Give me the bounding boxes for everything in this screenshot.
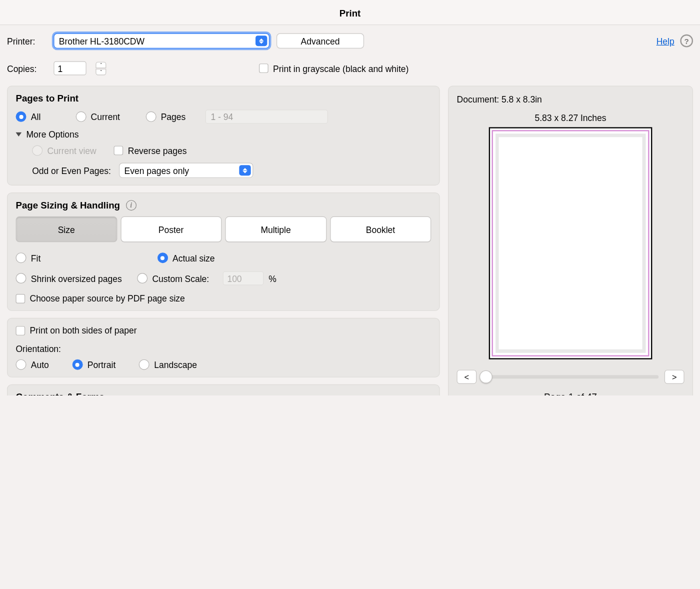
comments-title: Comments & Forms [16,392,432,396]
duplex-panel: Print on both sides of paper Orientation… [7,318,440,378]
preview-panel: Document: 5.8 x 8.3in 5.83 x 8.27 Inches… [448,86,693,396]
disclosure-triangle-icon[interactable] [16,132,22,136]
document-dimensions: Document: 5.8 x 8.3in [457,94,684,104]
updown-icon [256,36,267,46]
radio-all-label: All [31,112,40,122]
radio-icon [16,273,26,284]
current-view-label: Current view [48,146,96,156]
page-preview [489,127,652,359]
radio-current[interactable]: Current [76,112,120,122]
checkbox-icon [16,294,26,303]
more-options-label[interactable]: More Options [26,130,79,140]
tab-size[interactable]: Size [16,216,117,242]
fit-label: Fit [31,253,40,263]
preview-slider[interactable] [482,375,658,378]
page-sizing-title: Page Sizing & Handling [16,200,120,210]
radio-orientation-auto[interactable]: Auto [16,360,49,370]
tab-booklet[interactable]: Booklet [330,216,431,242]
radio-actual-size[interactable]: Actual size [158,252,215,263]
both-sides-label: Print on both sides of paper [30,326,137,336]
radio-icon [139,360,150,370]
radio-orientation-portrait[interactable]: Portrait [72,360,116,370]
stepper-up-icon[interactable]: ˄ [96,62,106,68]
reverse-pages-checkbox[interactable]: Reverse pages [114,146,187,156]
custom-scale-input: 100 [223,272,264,286]
custom-scale-label: Custom Scale: [152,274,209,284]
comments-panel: Comments & Forms Document and Markups Su… [7,384,440,396]
pages-to-print-panel: Pages to Print All Current Pages 1 - 94 [7,86,440,186]
updown-icon [239,165,250,176]
copies-input[interactable]: 1 [54,62,86,76]
shrink-label: Shrink oversized pages [31,274,122,284]
radio-icon [137,273,148,284]
radio-icon [32,146,42,156]
radio-icon [76,112,86,122]
help-link[interactable]: Help [656,36,674,46]
info-icon[interactable]: i [126,200,136,210]
radio-all[interactable]: All [16,112,41,122]
pages-to-print-title: Pages to Print [16,94,432,104]
copies-label: Copies: [7,64,46,74]
radio-icon [16,360,26,370]
radio-current-label: Current [91,112,120,122]
pages-range-input[interactable]: 1 - 94 [206,110,328,124]
advanced-button[interactable]: Advanced [276,34,364,48]
printer-select[interactable]: Brother HL-3180CDW [54,34,270,48]
reverse-pages-label: Reverse pages [128,146,187,156]
radio-icon [72,360,83,370]
paper-dimensions: 5.83 x 8.27 Inches [457,112,684,122]
radio-pages[interactable]: Pages [146,112,186,122]
radio-icon [16,112,26,122]
window-title: Print [0,0,700,25]
slider-thumb[interactable] [480,370,492,384]
printer-label: Printer: [7,36,46,46]
tab-poster[interactable]: Poster [120,216,222,242]
preview-next-button[interactable]: > [664,370,684,384]
checkbox-icon [114,146,124,156]
radio-icon [146,112,156,122]
radio-icon [16,252,26,263]
radio-custom-scale[interactable]: Custom Scale: [137,273,209,284]
radio-shrink[interactable]: Shrink oversized pages [16,273,122,284]
stepper-down-icon[interactable]: ˅ [96,68,106,75]
radio-current-view: Current view [32,146,96,156]
both-sides-checkbox[interactable]: Print on both sides of paper [16,326,432,336]
actual-size-label: Actual size [172,253,215,263]
radio-icon [158,252,168,263]
page-sizing-panel: Page Sizing & Handling i Size Poster Mul… [7,192,440,311]
grayscale-label: Print in grayscale (black and white) [273,64,408,74]
percent-label: % [268,274,276,284]
choose-paper-label: Choose paper source by PDF page size [30,294,185,304]
preview-prev-button[interactable]: < [457,370,477,384]
odd-even-value: Even pages only [124,166,189,176]
copies-stepper[interactable]: ˄ ˅ [96,62,106,75]
checkbox-icon [16,326,26,336]
sizing-tabs: Size Poster Multiple Booklet [16,216,432,242]
radio-fit[interactable]: Fit [16,252,41,263]
auto-label: Auto [31,360,49,370]
odd-even-select[interactable]: Even pages only [119,163,253,178]
page-indicator: Page 1 of 47 [457,392,684,396]
odd-even-label: Odd or Even Pages: [32,166,111,176]
printer-select-value: Brother HL-3180CDW [59,36,144,46]
portrait-label: Portrait [88,360,116,370]
choose-paper-checkbox[interactable]: Choose paper source by PDF page size [16,294,432,304]
radio-pages-label: Pages [161,112,186,122]
grayscale-checkbox[interactable] [259,64,268,73]
radio-orientation-landscape[interactable]: Landscape [139,360,197,370]
orientation-label: Orientation: [16,344,432,354]
help-icon[interactable]: ? [680,34,693,48]
tab-multiple[interactable]: Multiple [225,216,326,242]
landscape-label: Landscape [154,360,197,370]
